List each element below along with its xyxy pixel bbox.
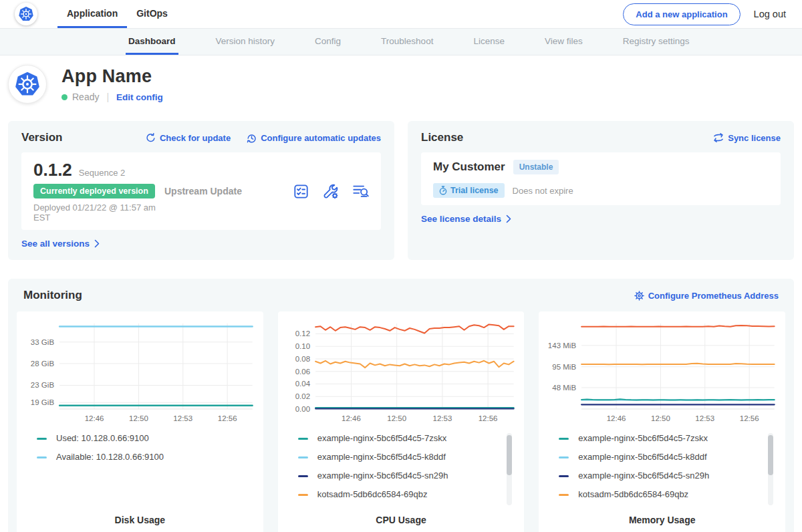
legend-label: Available: 10.128.0.66:9100 xyxy=(56,452,164,462)
tab-view-files[interactable]: View files xyxy=(542,29,585,55)
release-notes-button[interactable] xyxy=(293,184,309,199)
legend-color-dash xyxy=(559,494,569,496)
deploy-logs-button[interactable] xyxy=(352,184,369,198)
status-badge: Ready xyxy=(72,92,99,102)
license-card-title: License xyxy=(421,131,463,144)
svg-text:12:46: 12:46 xyxy=(342,414,361,422)
legend-label: example-nginx-5bc6f5d4c5-7zskx xyxy=(317,433,447,443)
edit-config-link[interactable]: Edit config xyxy=(116,92,163,102)
gear-icon xyxy=(634,291,644,301)
svg-text:0.08: 0.08 xyxy=(295,355,309,363)
logs-search-icon xyxy=(352,184,369,198)
kubernetes-logo-icon xyxy=(15,3,37,25)
legend-label: example-nginx-5bc6f5d4c5-k8ddf xyxy=(317,452,446,462)
tab-version-history[interactable]: Version history xyxy=(213,29,278,55)
svg-text:28 GiB: 28 GiB xyxy=(31,360,55,368)
see-all-versions-link[interactable]: See all versions xyxy=(21,239,100,249)
logout-link[interactable]: Log out xyxy=(754,9,786,19)
chart-title: CPU Usage xyxy=(285,512,518,527)
svg-text:12:46: 12:46 xyxy=(85,414,104,422)
configure-prometheus-link[interactable]: Configure Prometheus Address xyxy=(634,291,779,301)
legend-color-dash xyxy=(298,475,308,477)
sync-icon xyxy=(713,133,724,142)
legend-label: kotsadm-5db6dc6584-69qbz xyxy=(317,489,428,499)
stopwatch-icon xyxy=(439,186,447,195)
legend-item: Available: 10.128.0.66:9100 xyxy=(37,452,254,462)
see-license-details-link[interactable]: See license details xyxy=(421,214,511,224)
tab-license[interactable]: License xyxy=(471,29,507,55)
legend-item: example-nginx-5bc6f5d4c5-7zskx xyxy=(559,433,776,443)
legend-color-dash xyxy=(559,456,569,458)
svg-text:12:53: 12:53 xyxy=(173,414,192,422)
check-for-update-link[interactable]: Check for update xyxy=(146,133,231,143)
svg-text:0.12: 0.12 xyxy=(295,329,309,338)
tab-troubleshoot[interactable]: Troubleshoot xyxy=(378,29,436,55)
tab-bar: DashboardVersion historyConfigTroublesho… xyxy=(0,28,802,55)
divider: | xyxy=(106,92,109,102)
disk-usage-card: 33 GiB28 GiB23 GiB19 GiB12:4612:5012:531… xyxy=(17,311,263,532)
legend-label: example-nginx-5bc6f5d4c5-k8ddf xyxy=(578,452,706,462)
svg-text:12:56: 12:56 xyxy=(740,414,759,422)
legend-item: Used: 10.128.0.66:9100 xyxy=(37,433,254,443)
legend-scrollbar-thumb[interactable] xyxy=(507,435,512,475)
svg-text:12:56: 12:56 xyxy=(218,414,237,422)
top-nav: Application GitOps Add a new application… xyxy=(0,0,802,28)
svg-text:12:56: 12:56 xyxy=(478,414,497,422)
add-application-button[interactable]: Add a new application xyxy=(623,3,740,25)
legend-item: kotsadm-5db6dc6584-69qbz xyxy=(559,489,776,499)
status-dot xyxy=(61,94,68,100)
svg-text:0.02: 0.02 xyxy=(295,392,309,400)
svg-text:12:50: 12:50 xyxy=(651,414,670,422)
legend-item: example-nginx-5bc6f5d4c5-sn29h xyxy=(559,471,776,481)
memory-usage-legend: example-nginx-5bc6f5d4c5-7zskxexample-ng… xyxy=(559,433,776,512)
chart-title: Disk Usage xyxy=(23,512,257,527)
version-source-label: Upstream Update xyxy=(164,186,242,196)
clock-arrow-icon xyxy=(247,133,257,143)
version-sequence: Sequence 2 xyxy=(79,168,125,178)
legend-scrollbar-thumb[interactable] xyxy=(768,435,773,475)
sync-license-link[interactable]: Sync license xyxy=(713,133,781,143)
legend-color-dash xyxy=(37,456,47,458)
version-card: Version Check for update Configure au xyxy=(8,121,394,260)
legend-color-dash xyxy=(559,438,569,440)
legend-label: Used: 10.128.0.66:9100 xyxy=(56,433,149,443)
svg-text:0.04: 0.04 xyxy=(295,380,310,388)
legend-color-dash xyxy=(298,438,308,440)
svg-text:12:53: 12:53 xyxy=(432,414,452,422)
legend-label: example-nginx-5bc6f5d4c5-sn29h xyxy=(317,471,448,481)
deployed-version-badge: Currently deployed version xyxy=(33,184,155,198)
tab-dashboard[interactable]: Dashboard xyxy=(126,29,178,55)
memory-usage-chart: 143 MiB95 MiB48 MiB12:4612:5012:5312:56 xyxy=(545,319,779,425)
customer-name: My Customer xyxy=(433,160,505,174)
legend-color-dash xyxy=(298,494,308,496)
svg-text:23 GiB: 23 GiB xyxy=(31,381,55,389)
legend-color-dash xyxy=(298,456,308,458)
nav-gitops[interactable]: GitOps xyxy=(127,0,177,28)
edit-config-button[interactable] xyxy=(322,184,339,199)
svg-text:12:53: 12:53 xyxy=(696,414,715,422)
chevron-right-icon xyxy=(94,239,100,248)
legend-scrollbar[interactable] xyxy=(768,433,773,505)
tab-config[interactable]: Config xyxy=(312,29,344,55)
current-version-panel: 0.1.2 Sequence 2 Currently deployed vers… xyxy=(21,152,381,230)
configure-automatic-updates-link[interactable]: Configure automatic updates xyxy=(247,133,381,143)
version-card-title: Version xyxy=(21,131,62,144)
tab-registry-settings[interactable]: Registry settings xyxy=(620,29,692,55)
version-number: 0.1.2 xyxy=(33,160,72,180)
svg-text:143 MiB: 143 MiB xyxy=(548,342,577,350)
monitoring-title: Monitoring xyxy=(23,289,82,302)
wrench-gear-icon xyxy=(322,184,339,199)
svg-text:0.06: 0.06 xyxy=(295,368,309,376)
svg-text:48 MiB: 48 MiB xyxy=(553,384,577,392)
nav-application[interactable]: Application xyxy=(57,0,127,28)
legend-color-dash xyxy=(37,438,47,440)
license-expiry: Does not expire xyxy=(513,186,573,196)
cpu-usage-chart: 0.120.100.080.060.040.020.0012:4612:5012… xyxy=(285,319,518,425)
svg-text:12:46: 12:46 xyxy=(607,414,626,422)
cpu-usage-card: 0.120.100.080.060.040.020.0012:4612:5012… xyxy=(278,311,525,532)
legend-item: example-nginx-5bc6f5d4c5-7zskx xyxy=(298,433,515,443)
svg-text:95 MiB: 95 MiB xyxy=(553,363,577,371)
legend-scrollbar[interactable] xyxy=(507,433,512,505)
license-panel: My Customer Unstable Trial license Does … xyxy=(421,152,781,205)
disk-usage-chart: 33 GiB28 GiB23 GiB19 GiB12:4612:5012:531… xyxy=(23,319,257,425)
